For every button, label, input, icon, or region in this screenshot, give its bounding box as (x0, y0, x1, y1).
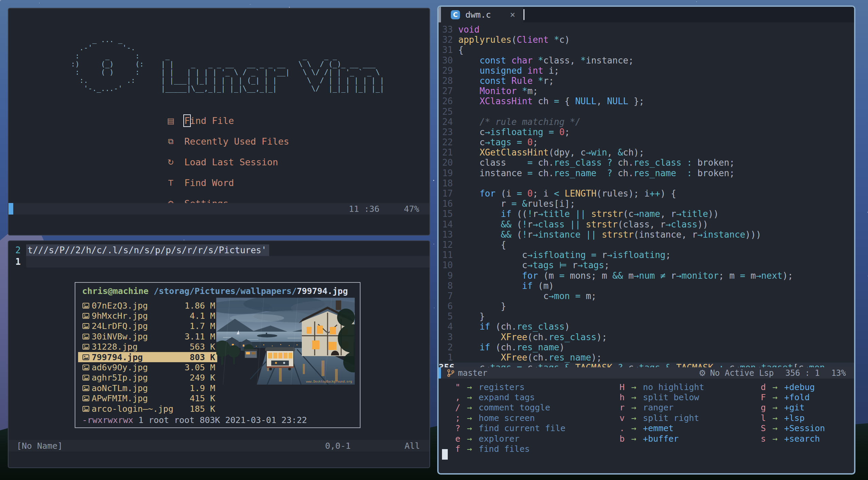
which-key-binding[interactable]: ,→expand tags (451, 392, 566, 402)
code-line[interactable]: 5 } (439, 311, 854, 321)
code-line[interactable]: 26 XClassHint ch = { NULL, NULL }; (439, 96, 854, 106)
which-key-binding[interactable]: b→+buffer (615, 433, 704, 444)
binding-key: F (756, 392, 766, 402)
permission-details: 1 root root 803K 2021-03-01 23:22 (133, 415, 307, 425)
which-key-binding[interactable]: .→+emmet (615, 423, 704, 433)
which-key-binding[interactable]: /→comment toggle (451, 403, 566, 413)
menu-item-recently-used-files[interactable]: ⧉Recently Used Files (165, 131, 289, 152)
code-line[interactable]: 16 r = &rules[i]; (439, 199, 854, 209)
file-row[interactable]: aghr5Ip.jpg 249 K (78, 373, 217, 383)
code-line[interactable]: 3 XFree(ch.res_class); (439, 332, 854, 342)
git-branch-icon (447, 369, 455, 377)
code-line[interactable]: 21 XGetClassHint(dpy, c→win, &ch); (439, 147, 854, 158)
window-editor[interactable]: C dwm.c × 33void32applyrules(Client *c)3… (437, 5, 855, 475)
code-line[interactable]: 23 c→isfloating = 0; (439, 127, 854, 137)
tab-close-icon[interactable]: × (510, 10, 515, 20)
code-line[interactable]: 17 for (i = 0; i < LENGTH(rules); i++) { (439, 188, 854, 199)
tab-dwm-c[interactable]: C dwm.c × (439, 7, 523, 22)
binding-key: H (615, 382, 625, 392)
code-line[interactable]: 1 XFree(ch.res_name); (439, 352, 854, 363)
code-line[interactable]: 10 c→tags ⊨ r→tags; (439, 260, 854, 270)
file-image-icon (80, 303, 92, 309)
which-key-binding[interactable]: v→split right (615, 413, 704, 423)
code-line[interactable]: 20 class = ch.res_class ? ch.res_class :… (439, 158, 854, 168)
code-line[interactable]: 9 for (m = mons; m && m→num ≠ r→monitor;… (439, 271, 854, 281)
code-line[interactable]: 7 c→mon = m; (439, 291, 854, 301)
code-line[interactable]: 31{ (439, 45, 854, 55)
file-row[interactable]: 9hMxcHr.jpg 4.1 M (78, 311, 217, 321)
file-image-icon (80, 406, 92, 412)
code-line[interactable]: 4 if (ch.res_class) (439, 321, 854, 332)
arrow-icon: → (766, 413, 784, 423)
which-key-binding[interactable]: f→find files (451, 444, 566, 454)
lsp-gear-icon: ⚙ (699, 368, 706, 378)
arrow-icon: → (625, 403, 643, 412)
git-branch-name[interactable]: master (458, 368, 487, 378)
which-key-binding[interactable]: ?→find current file (451, 423, 566, 433)
code-line[interactable]: 13 && (!r→instance || strstr(instance, r… (439, 229, 854, 240)
file-row[interactable]: 07nEzQ3.jpg1.86 M (78, 300, 217, 311)
which-key-column: H→no highlighth→split belowr→rangerv→spl… (615, 382, 704, 444)
file-size: 249 K (185, 373, 215, 383)
which-key-binding[interactable]: ;→home screen (451, 413, 566, 423)
file-row[interactable]: 31228.jpg 563 K (78, 342, 217, 352)
code-line[interactable]: 25 (439, 107, 854, 117)
code-line[interactable]: 24 /* rule matching */ (439, 117, 854, 127)
code-line[interactable]: 32applyrules(Client *c) (439, 35, 854, 45)
file-row[interactable]: ad6v9Oy.jpg3.05 M (78, 362, 217, 372)
code-line[interactable]: 15 if ((!r→title || strstr(c→name, r→tit… (439, 209, 854, 219)
code-line[interactable]: 11 c→isfloating = r→isfloating; (439, 250, 854, 260)
permissions: -rwxrwxrwx (82, 415, 133, 425)
file-picker-popup[interactable]: chris@machine /storag/Pictures/wallpaper… (75, 282, 361, 428)
code-line[interactable]: 6 } (439, 301, 854, 311)
menu-item-find-file[interactable]: ▤Find File (165, 110, 289, 131)
which-key-binding[interactable]: s→+search (756, 433, 825, 444)
binding-key: s (756, 434, 766, 444)
which-key-binding[interactable]: d→+debug (756, 382, 825, 392)
code-line[interactable]: 33void (439, 24, 854, 35)
file-row[interactable]: 799794.jpg 803 K (78, 352, 217, 362)
arrow-icon: → (625, 423, 643, 433)
code-area[interactable]: 33void32applyrules(Client *c)31{30 const… (439, 24, 854, 373)
which-key-binding[interactable]: S→+Session (756, 423, 825, 433)
line-text: const char *class, *instance; (458, 55, 634, 66)
code-line[interactable]: 29 unsigned int i; (439, 66, 854, 76)
binding-description: explorer (479, 434, 519, 444)
code-line[interactable]: 8 if (m) (439, 281, 854, 291)
which-key-binding[interactable]: "→registers (451, 382, 566, 392)
which-key-binding[interactable]: e→explorer (451, 433, 566, 444)
file-row[interactable]: APwFMIM.jpg 415 K (78, 393, 217, 404)
window-scratch-buffer[interactable]: 2t///s/P//2/h/c/.l/s/n/s/p/p/s/r/r/s/Pic… (8, 240, 430, 468)
code-line[interactable]: 2 if (ch.res_name) (439, 342, 854, 352)
code-line[interactable]: 19 instance = ch.res_name ? ch.res_name … (439, 168, 854, 178)
which-key-binding[interactable]: h→split below (615, 392, 704, 402)
code-line[interactable]: 14 && (!r→class || strstr(class, r→class… (439, 219, 854, 229)
code-line[interactable]: 27 Monitor *m; (439, 86, 854, 96)
file-image-icon (80, 365, 92, 370)
menu-item-load-last-session[interactable]: ↻Load Last Session (165, 152, 289, 172)
code-line[interactable]: 22 c→tags = 0; (439, 137, 854, 147)
line-text: class = ch.res_class ? ch.res_class : br… (458, 158, 735, 168)
file-row[interactable]: aoNcTLm.jpg 1.9 M (78, 383, 217, 393)
binding-key: d (756, 382, 766, 392)
arrow-icon: → (625, 392, 643, 402)
line-text: { (458, 45, 464, 55)
code-line[interactable]: 12 { (439, 240, 854, 250)
code-line[interactable]: 30 const char *class, *instance; (439, 55, 854, 66)
file-size: 3.11 M (185, 332, 215, 341)
file-size: 1.86 M (185, 301, 215, 311)
code-line[interactable]: 28 const Rule *r; (439, 76, 854, 86)
which-key-binding[interactable]: r→ranger (615, 403, 704, 413)
file-row[interactable]: 24LrDFQ.jpg 1.7 M (78, 321, 217, 331)
wallpaper-preview-image: www.DesktopBackground.org (216, 298, 355, 385)
which-key-binding[interactable]: g→+git (756, 403, 825, 413)
which-key-binding[interactable]: F→+fold (756, 392, 825, 402)
window-lunarvim-dashboard[interactable]: _ ... _ .-' '-. : _ : _ _ _ _ :) (_) (: … (8, 8, 430, 236)
which-key-binding[interactable]: H→no highlight (615, 382, 704, 392)
arrow-icon: → (460, 434, 479, 444)
file-row[interactable]: arco-login—~.jpg185 K (78, 404, 217, 414)
which-key-binding[interactable]: l→+lsp (756, 413, 825, 423)
file-row[interactable]: 30iNVBw.jpg3.11 M (78, 331, 217, 341)
menu-item-find-word[interactable]: TFind Word (165, 172, 289, 193)
code-line[interactable]: 18 (439, 178, 854, 188)
